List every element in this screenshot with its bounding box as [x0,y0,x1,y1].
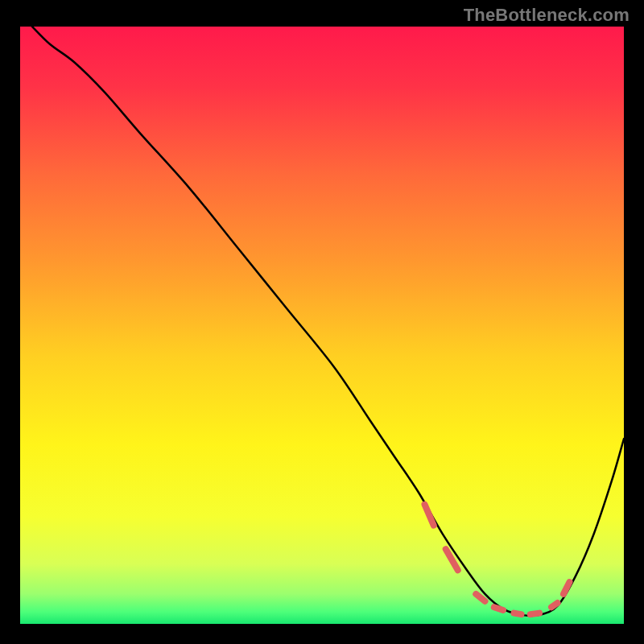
plot-area [20,27,624,624]
bottleneck-curve-chart [20,27,624,624]
optimal-dash [494,607,503,610]
watermark-text: TheBottleneck.com [464,5,630,26]
gradient-background [20,27,624,624]
optimal-dash [514,613,522,614]
chart-frame: TheBottleneck.com [0,0,644,644]
optimal-dash [551,603,558,607]
optimal-dash [530,613,539,614]
